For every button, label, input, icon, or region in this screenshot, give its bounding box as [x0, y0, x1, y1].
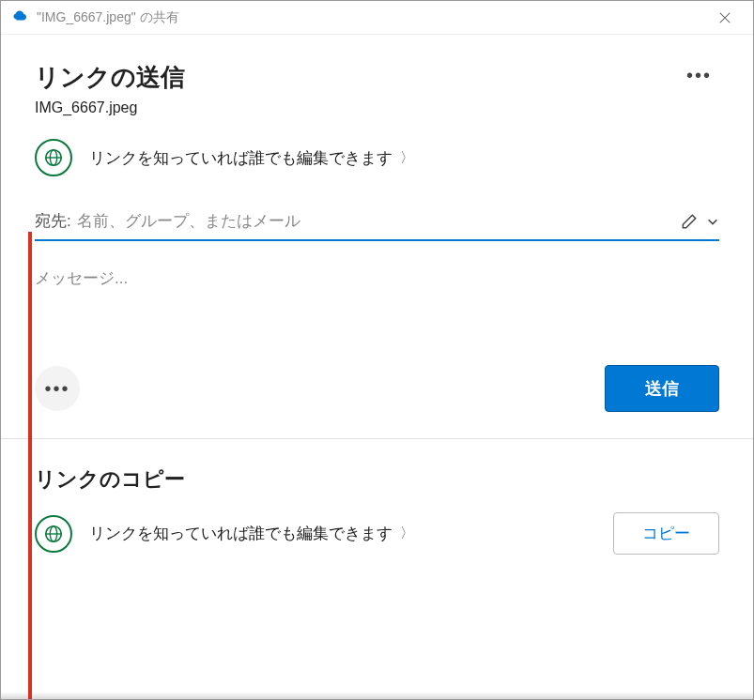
titlebar-text: "IMG_6667.jpeg" の共有 [37, 9, 708, 26]
permission-settings-row[interactable]: リンクを知っていれば誰でも編集できます 〉 [35, 139, 719, 176]
more-options-button[interactable]: ••• [679, 61, 719, 90]
page-title: リンクの送信 [35, 61, 185, 94]
recipients-input[interactable] [77, 212, 680, 231]
copy-section-title: リンクのコピー [35, 465, 719, 494]
titlebar: "IMG_6667.jpeg" の共有 [1, 1, 753, 35]
more-actions-button[interactable]: ••• [35, 366, 80, 411]
annotation-line [28, 232, 32, 699]
close-button[interactable] [708, 1, 742, 35]
recipients-row: 宛先: [35, 210, 719, 241]
edit-permission-dropdown[interactable] [680, 212, 719, 231]
onedrive-icon [12, 9, 29, 26]
filename: IMG_6667.jpeg [35, 99, 185, 116]
recipients-label: 宛先: [35, 210, 71, 232]
send-button[interactable]: 送信 [605, 365, 719, 412]
chevron-right-icon: 〉 [400, 149, 414, 167]
message-input[interactable] [35, 267, 719, 305]
permission-text: リンクを知っていれば誰でも編集できます [89, 147, 392, 169]
copy-permission-row[interactable]: リンクを知っていれば誰でも編集できます 〉 [35, 515, 414, 553]
copy-button[interactable]: コピー [613, 512, 719, 555]
chevron-down-icon [706, 215, 719, 228]
globe-icon [35, 515, 72, 553]
globe-icon [35, 139, 72, 176]
copy-permission-text: リンクを知っていれば誰でも編集できます [89, 523, 392, 544]
bottom-shadow [1, 692, 753, 699]
pencil-icon [680, 212, 699, 231]
chevron-right-icon: 〉 [400, 525, 414, 542]
